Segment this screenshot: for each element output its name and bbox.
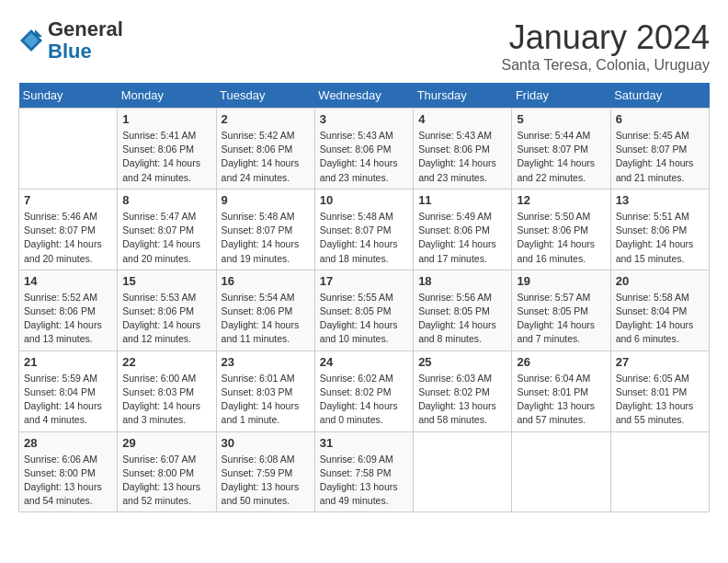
calendar-cell: 1Sunrise: 5:41 AM Sunset: 8:06 PM Daylig…	[118, 109, 216, 190]
day-number: 3	[320, 112, 408, 126]
day-info: Sunrise: 5:43 AM Sunset: 8:06 PM Dayligh…	[418, 129, 506, 185]
day-number: 28	[24, 436, 112, 450]
day-info: Sunrise: 6:06 AM Sunset: 8:00 PM Dayligh…	[24, 453, 112, 509]
day-info: Sunrise: 5:53 AM Sunset: 8:06 PM Dayligh…	[122, 291, 210, 347]
logo-icon	[18, 28, 44, 53]
day-number: 24	[320, 355, 408, 369]
calendar-cell: 22Sunrise: 6:00 AM Sunset: 8:03 PM Dayli…	[118, 350, 216, 431]
logo-text: General Blue	[48, 18, 123, 63]
calendar-cell: 13Sunrise: 5:51 AM Sunset: 8:06 PM Dayli…	[610, 189, 709, 270]
calendar-cell: 18Sunrise: 5:56 AM Sunset: 8:05 PM Dayli…	[414, 270, 512, 350]
calendar-cell: 20Sunrise: 5:58 AM Sunset: 8:04 PM Dayli…	[610, 270, 709, 350]
calendar-cell: 17Sunrise: 5:55 AM Sunset: 8:05 PM Dayli…	[314, 270, 413, 350]
day-number: 29	[122, 436, 210, 450]
day-info: Sunrise: 5:48 AM Sunset: 8:07 PM Dayligh…	[320, 210, 408, 266]
day-info: Sunrise: 5:59 AM Sunset: 8:04 PM Dayligh…	[24, 372, 112, 428]
calendar-cell: 8Sunrise: 5:47 AM Sunset: 8:07 PM Daylig…	[118, 189, 216, 270]
day-info: Sunrise: 5:42 AM Sunset: 8:06 PM Dayligh…	[222, 129, 310, 185]
day-number: 5	[517, 112, 605, 126]
calendar-table: SundayMondayTuesdayWednesdayThursdayFrid…	[18, 83, 710, 512]
day-info: Sunrise: 5:55 AM Sunset: 8:05 PM Dayligh…	[320, 291, 408, 347]
day-number: 6	[616, 112, 704, 126]
logo: General Blue	[18, 18, 123, 63]
calendar-cell: 7Sunrise: 5:46 AM Sunset: 8:07 PM Daylig…	[19, 189, 118, 270]
calendar-cell: 14Sunrise: 5:52 AM Sunset: 8:06 PM Dayli…	[19, 270, 118, 350]
page-header: General Blue January 2024 Santa Teresa, …	[18, 18, 710, 74]
calendar-cell: 29Sunrise: 6:07 AM Sunset: 8:00 PM Dayli…	[118, 431, 216, 512]
day-info: Sunrise: 6:08 AM Sunset: 7:59 PM Dayligh…	[222, 453, 310, 509]
calendar-cell: 30Sunrise: 6:08 AM Sunset: 7:59 PM Dayli…	[216, 431, 314, 512]
day-number: 31	[320, 436, 408, 450]
day-number: 12	[517, 193, 605, 207]
day-info: Sunrise: 5:44 AM Sunset: 8:07 PM Dayligh…	[517, 129, 605, 185]
day-info: Sunrise: 5:47 AM Sunset: 8:07 PM Dayligh…	[122, 210, 210, 266]
day-number: 27	[616, 355, 704, 369]
day-info: Sunrise: 5:51 AM Sunset: 8:06 PM Dayligh…	[616, 210, 704, 266]
calendar-week-row: 28Sunrise: 6:06 AM Sunset: 8:00 PM Dayli…	[19, 431, 710, 512]
calendar-cell: 23Sunrise: 6:01 AM Sunset: 8:03 PM Dayli…	[216, 350, 314, 431]
day-number: 15	[122, 274, 210, 288]
calendar-cell	[19, 109, 118, 190]
weekday-header: Wednesday	[314, 83, 413, 109]
day-number: 7	[24, 193, 112, 207]
day-info: Sunrise: 5:48 AM Sunset: 8:07 PM Dayligh…	[222, 210, 310, 266]
day-info: Sunrise: 6:05 AM Sunset: 8:01 PM Dayligh…	[616, 372, 704, 428]
day-info: Sunrise: 6:07 AM Sunset: 8:00 PM Dayligh…	[122, 453, 210, 509]
day-info: Sunrise: 5:43 AM Sunset: 8:06 PM Dayligh…	[320, 129, 408, 185]
calendar-cell: 4Sunrise: 5:43 AM Sunset: 8:06 PM Daylig…	[414, 109, 512, 190]
day-number: 25	[418, 355, 506, 369]
day-info: Sunrise: 6:00 AM Sunset: 8:03 PM Dayligh…	[122, 372, 210, 428]
weekday-header: Saturday	[610, 83, 709, 109]
calendar-week-row: 7Sunrise: 5:46 AM Sunset: 8:07 PM Daylig…	[19, 189, 710, 270]
calendar-cell: 31Sunrise: 6:09 AM Sunset: 7:58 PM Dayli…	[314, 431, 413, 512]
day-info: Sunrise: 5:45 AM Sunset: 8:07 PM Dayligh…	[616, 129, 704, 185]
calendar-cell: 19Sunrise: 5:57 AM Sunset: 8:05 PM Dayli…	[512, 270, 610, 350]
day-number: 13	[616, 193, 704, 207]
weekday-header: Sunday	[19, 83, 118, 109]
location-subtitle: Santa Teresa, Colonia, Uruguay	[501, 57, 710, 74]
calendar-cell: 3Sunrise: 5:43 AM Sunset: 8:06 PM Daylig…	[314, 109, 413, 190]
day-number: 26	[517, 355, 605, 369]
calendar-cell: 16Sunrise: 5:54 AM Sunset: 8:06 PM Dayli…	[216, 270, 314, 350]
calendar-week-row: 14Sunrise: 5:52 AM Sunset: 8:06 PM Dayli…	[19, 270, 710, 350]
calendar-cell: 21Sunrise: 5:59 AM Sunset: 8:04 PM Dayli…	[19, 350, 118, 431]
day-number: 21	[24, 355, 112, 369]
calendar-cell: 5Sunrise: 5:44 AM Sunset: 8:07 PM Daylig…	[512, 109, 610, 190]
day-number: 16	[222, 274, 310, 288]
calendar-cell: 11Sunrise: 5:49 AM Sunset: 8:06 PM Dayli…	[414, 189, 512, 270]
calendar-week-row: 1Sunrise: 5:41 AM Sunset: 8:06 PM Daylig…	[19, 109, 710, 190]
calendar-cell: 10Sunrise: 5:48 AM Sunset: 8:07 PM Dayli…	[314, 189, 413, 270]
day-number: 8	[122, 193, 210, 207]
month-title: January 2024	[501, 18, 710, 57]
calendar-cell: 9Sunrise: 5:48 AM Sunset: 8:07 PM Daylig…	[216, 189, 314, 270]
weekday-header: Monday	[118, 83, 216, 109]
day-number: 22	[122, 355, 210, 369]
day-number: 11	[418, 193, 506, 207]
calendar-cell: 12Sunrise: 5:50 AM Sunset: 8:06 PM Dayli…	[512, 189, 610, 270]
day-number: 14	[24, 274, 112, 288]
day-info: Sunrise: 6:04 AM Sunset: 8:01 PM Dayligh…	[517, 372, 605, 428]
day-info: Sunrise: 5:58 AM Sunset: 8:04 PM Dayligh…	[616, 291, 704, 347]
day-info: Sunrise: 5:56 AM Sunset: 8:05 PM Dayligh…	[418, 291, 506, 347]
day-number: 1	[122, 112, 210, 126]
weekday-header: Thursday	[414, 83, 512, 109]
day-info: Sunrise: 6:09 AM Sunset: 7:58 PM Dayligh…	[320, 453, 408, 509]
day-info: Sunrise: 6:02 AM Sunset: 8:02 PM Dayligh…	[320, 372, 408, 428]
calendar-cell: 26Sunrise: 6:04 AM Sunset: 8:01 PM Dayli…	[512, 350, 610, 431]
calendar-cell	[414, 431, 512, 512]
day-info: Sunrise: 5:46 AM Sunset: 8:07 PM Dayligh…	[24, 210, 112, 266]
day-number: 9	[222, 193, 310, 207]
svg-marker-2	[35, 29, 42, 37]
title-area: January 2024 Santa Teresa, Colonia, Urug…	[501, 18, 710, 74]
day-info: Sunrise: 5:50 AM Sunset: 8:06 PM Dayligh…	[517, 210, 605, 266]
day-info: Sunrise: 6:03 AM Sunset: 8:02 PM Dayligh…	[418, 372, 506, 428]
day-info: Sunrise: 5:52 AM Sunset: 8:06 PM Dayligh…	[24, 291, 112, 347]
day-info: Sunrise: 5:54 AM Sunset: 8:06 PM Dayligh…	[222, 291, 310, 347]
weekday-header: Friday	[512, 83, 610, 109]
calendar-cell: 15Sunrise: 5:53 AM Sunset: 8:06 PM Dayli…	[118, 270, 216, 350]
calendar-cell: 25Sunrise: 6:03 AM Sunset: 8:02 PM Dayli…	[414, 350, 512, 431]
day-number: 20	[616, 274, 704, 288]
calendar-cell: 2Sunrise: 5:42 AM Sunset: 8:06 PM Daylig…	[216, 109, 314, 190]
calendar-week-row: 21Sunrise: 5:59 AM Sunset: 8:04 PM Dayli…	[19, 350, 710, 431]
calendar-cell: 28Sunrise: 6:06 AM Sunset: 8:00 PM Dayli…	[19, 431, 118, 512]
